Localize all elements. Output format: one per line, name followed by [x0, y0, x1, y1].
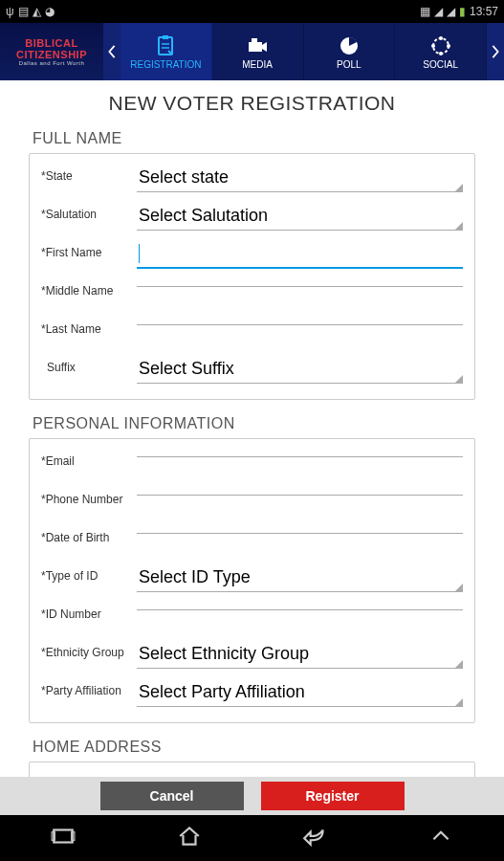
back-button[interactable]: [302, 824, 327, 852]
usb-icon: ψ: [6, 5, 14, 18]
svg-rect-2: [249, 42, 262, 52]
home-button[interactable]: [177, 824, 202, 852]
tab-label: SOCIAL: [423, 59, 458, 70]
input-dob[interactable]: [137, 525, 463, 534]
section-title-home: HOME ADDRESS: [0, 731, 504, 762]
label-suffix: Suffix: [41, 355, 137, 374]
camera-icon: [245, 34, 270, 57]
tab-media[interactable]: MEDIA: [212, 23, 304, 80]
status-right-icons: ▦ ◢ ◢ ▮ 13:57: [420, 5, 498, 18]
tab-label: MEDIA: [242, 59, 273, 70]
panel-fullname: *State Select state *Salutation Select S…: [29, 153, 475, 400]
file-icon: ▤: [18, 5, 29, 18]
recent-apps-button[interactable]: [51, 824, 76, 852]
svg-rect-10: [54, 830, 73, 843]
menu-button[interactable]: [428, 824, 453, 852]
label-state: *State: [41, 164, 137, 183]
chevron-up-icon: [428, 824, 453, 849]
select-state[interactable]: Select state: [137, 164, 463, 192]
android-status-bar: ψ ▤ ◭ ◕ ▦ ◢ ◢ ▮ 13:57: [0, 0, 504, 23]
section-title-fullname: FULL NAME: [0, 122, 504, 153]
app-logo[interactable]: BIBLICAL CITIZENSHIP Dallas and Fort Wor…: [0, 23, 103, 80]
label-dob: *Date of Birth: [41, 525, 137, 544]
nav-next-arrow[interactable]: [487, 23, 504, 80]
label-idnumber: *ID Number: [41, 602, 137, 621]
input-phone[interactable]: [137, 487, 463, 496]
panel-personal: *Email *Phone Number *Date of Birth *Typ…: [29, 438, 475, 723]
status-left-icons: ψ ▤ ◭ ◕: [6, 5, 55, 18]
label-party: *Party Affiliation: [41, 678, 137, 697]
logo-line1: BIBLICAL: [25, 37, 77, 49]
select-salutation[interactable]: Select Salutation: [137, 202, 463, 231]
signal-icon: ◢: [447, 5, 455, 18]
input-idnumber[interactable]: [137, 602, 463, 610]
back-icon: [302, 824, 327, 849]
svg-point-9: [431, 44, 435, 48]
svg-point-7: [447, 44, 450, 48]
battery-icon: ▮: [459, 5, 466, 18]
select-idtype[interactable]: Select ID Type: [137, 563, 463, 592]
label-salutation: *Salutation: [41, 202, 137, 221]
tab-social[interactable]: SOCIAL: [395, 23, 487, 80]
tab-poll[interactable]: POLL: [304, 23, 396, 80]
nav-tabs: REGISTRATION MEDIA POLL SOCIAL: [121, 23, 487, 80]
clock: 13:57: [470, 5, 498, 18]
register-button[interactable]: Register: [261, 782, 405, 810]
chevron-right-icon: [491, 45, 500, 58]
wifi-icon: ◢: [434, 5, 443, 18]
cancel-button[interactable]: Cancel: [100, 782, 244, 810]
recent-icon: [51, 824, 76, 849]
logo-sub: Dallas and Fort Worth: [19, 60, 85, 66]
pie-chart-icon: [337, 34, 362, 57]
social-circle-icon: [428, 34, 453, 57]
chevron-left-icon: [107, 45, 117, 58]
tab-label: REGISTRATION: [130, 59, 201, 70]
select-party[interactable]: Select Party Affiliation: [137, 678, 463, 707]
select-suffix[interactable]: Select Suffix: [137, 355, 463, 384]
svg-rect-1: [163, 35, 168, 39]
tab-label: POLL: [337, 59, 362, 70]
svg-point-6: [439, 36, 443, 40]
logo-line2: CITIZENSHIP: [16, 49, 87, 60]
input-middlename[interactable]: [137, 278, 463, 287]
tab-registration[interactable]: REGISTRATION: [121, 23, 212, 80]
form-content: NEW VOTER REGISTRATION FULL NAME *State …: [0, 80, 504, 800]
svg-point-8: [439, 52, 443, 55]
label-idtype: *Type of ID: [41, 563, 137, 583]
top-nav: BIBLICAL CITIZENSHIP Dallas and Fort Wor…: [0, 23, 504, 80]
clipboard-icon: [153, 34, 178, 57]
page-title: NEW VOTER REGISTRATION: [0, 80, 504, 122]
warning-icon: ◭: [33, 5, 41, 18]
svg-point-5: [433, 38, 449, 54]
android-nav-bar: [0, 815, 504, 861]
svg-rect-3: [252, 38, 257, 42]
action-bar: Cancel Register: [0, 777, 504, 815]
label-middlename: *Middle Name: [41, 278, 137, 298]
label-email: *Email: [41, 449, 137, 468]
label-lastname: *Last Name: [41, 317, 137, 336]
nav-prev-arrow[interactable]: [103, 23, 121, 80]
label-firstname: *First Name: [41, 240, 137, 259]
input-lastname[interactable]: [137, 317, 463, 325]
input-email[interactable]: [137, 449, 463, 457]
check-icon: ◕: [45, 5, 55, 18]
label-ethnicity: *Ethnicity Group: [41, 640, 137, 659]
home-icon: [177, 824, 202, 849]
section-title-personal: PERSONAL INFORMATION: [0, 408, 504, 438]
select-ethnicity[interactable]: Select Ethnicity Group: [137, 640, 463, 669]
input-firstname[interactable]: [137, 240, 463, 269]
vibrate-icon: ▦: [420, 5, 430, 18]
label-phone: *Phone Number: [41, 487, 137, 506]
